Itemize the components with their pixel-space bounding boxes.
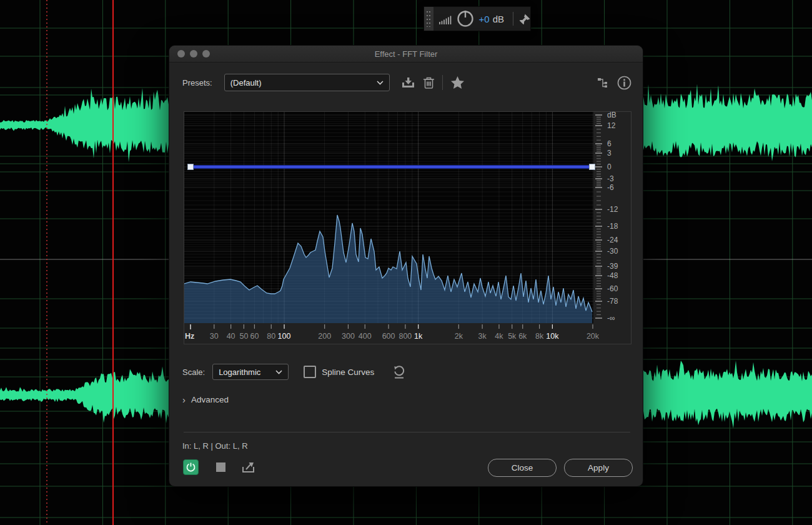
freq-axis-label: 80: [267, 332, 275, 341]
power-icon: [186, 462, 196, 472]
freq-axis-label: 200: [318, 332, 331, 341]
advanced-label: Advanced: [191, 395, 229, 404]
freq-axis-label: 60: [250, 332, 259, 341]
db-axis-label: -60: [607, 284, 618, 293]
freq-axis-label: 30: [210, 332, 219, 341]
chevron-right-icon: ›: [182, 394, 186, 405]
footer-separator: [184, 432, 630, 432]
save-download-icon: [401, 76, 415, 89]
star-icon: [450, 76, 465, 89]
db-axis-label: -30: [607, 247, 618, 256]
effect-power-button[interactable]: [183, 459, 199, 475]
dialog-titlebar[interactable]: Effect - FFT Filter: [169, 46, 643, 62]
freq-axis-label: 800: [399, 332, 412, 341]
freq-axis-label: 2k: [455, 332, 463, 341]
db-axis-label: -48: [607, 271, 618, 280]
apply-button[interactable]: Apply: [564, 459, 633, 477]
scale-dropdown[interactable]: Logarithmic: [212, 364, 289, 380]
play-through-icon: [242, 461, 255, 473]
presets-dropdown[interactable]: (Default): [224, 74, 390, 91]
presets-value: (Default): [230, 78, 262, 88]
gain-value[interactable]: +0: [479, 14, 490, 24]
volume-toolbar: +0 dB: [423, 6, 531, 31]
freq-axis-label: 3k: [478, 332, 487, 341]
scale-label: Scale:: [182, 368, 205, 377]
channel-map-icon: [597, 77, 610, 88]
freq-axis-label: 20k: [587, 332, 600, 341]
reset-undo-icon: [393, 366, 405, 379]
advanced-section-toggle[interactable]: › Advanced: [182, 394, 229, 405]
volume-knob-icon[interactable]: [457, 10, 474, 28]
close-button[interactable]: Close: [488, 459, 557, 477]
transport-controls: [183, 459, 255, 475]
freq-axis-label: 600: [382, 332, 395, 341]
info-icon: [617, 76, 631, 90]
fft-graph-panel: dB12630-3-6-12-18-24-30-39-48-60-78-∞304…: [184, 111, 631, 344]
presets-label: Presets:: [182, 78, 212, 88]
play-through-button[interactable]: [242, 461, 255, 473]
fft-graph[interactable]: dB12630-3-6-12-18-24-30-39-48-60-78-∞304…: [184, 112, 631, 344]
db-axis-label: -6: [607, 183, 614, 192]
freq-axis-label: 1k: [414, 332, 423, 341]
audition-workspace: +0 dB Effect - FFT Filter Presets: (Defa…: [0, 0, 812, 525]
freq-axis-label: 400: [359, 332, 372, 341]
dialog-title: Effect - FFT Filter: [169, 49, 643, 59]
presets-row: Presets: (Default): [182, 74, 631, 91]
freq-unit-label: Hz: [185, 332, 194, 341]
toolbar-drag-handle[interactable]: [424, 7, 433, 31]
db-axis-label: -∞: [607, 314, 615, 322]
freq-axis-label: 6k: [518, 332, 527, 341]
freq-axis-label: 10k: [546, 332, 559, 341]
spline-curves-label: Spline Curves: [322, 368, 374, 377]
db-axis-label: -24: [607, 236, 618, 244]
db-axis-label: -12: [607, 205, 618, 214]
db-axis-label: -3: [607, 174, 614, 183]
favorite-button[interactable]: [450, 76, 465, 89]
gain-unit-label: dB: [493, 14, 504, 24]
freq-axis-label: 4k: [495, 332, 503, 341]
scale-value: Logarithmic: [219, 368, 260, 377]
eq-handle-left[interactable]: [188, 164, 194, 170]
trash-icon: [423, 76, 435, 89]
routing-settings-button[interactable]: [597, 77, 610, 88]
toolbar-separator: [513, 12, 513, 26]
eq-handle-right[interactable]: [590, 164, 595, 170]
chevron-down-icon: [377, 81, 384, 85]
scale-row: Scale: Logarithmic Spline Curves: [182, 364, 405, 380]
db-axis-label: -78: [607, 297, 618, 306]
io-status-text: In: L, R | Out: L, R: [182, 441, 248, 451]
db-axis-label: 0: [607, 162, 611, 171]
stop-button[interactable]: [216, 462, 225, 472]
level-meter-icon: [438, 13, 452, 24]
freq-axis-label: 8k: [535, 332, 544, 341]
chevron-down-icon: [275, 370, 282, 374]
db-axis-label: dB: [607, 112, 616, 119]
freq-axis-label: 100: [278, 332, 291, 341]
drag-dots-icon: [426, 11, 431, 27]
fft-filter-dialog: Effect - FFT Filter Presets: (Default): [169, 45, 643, 487]
presets-separator: [442, 75, 443, 90]
reset-button[interactable]: [393, 366, 405, 379]
freq-axis-label: 300: [342, 332, 355, 341]
db-axis-label: 6: [607, 139, 611, 148]
save-preset-button[interactable]: [401, 76, 415, 89]
db-axis-label: 3: [607, 149, 611, 158]
freq-axis-label: 40: [227, 332, 235, 341]
db-axis-label: -39: [607, 262, 618, 271]
db-axis-label: 12: [607, 121, 616, 130]
spline-curves-checkbox[interactable]: [304, 366, 316, 378]
pin-icon[interactable]: [520, 14, 530, 24]
info-button[interactable]: [617, 76, 631, 90]
freq-axis-label: 50: [239, 332, 248, 341]
db-axis-label: -18: [607, 222, 618, 231]
delete-preset-button[interactable]: [423, 76, 435, 89]
freq-axis-label: 5k: [508, 332, 517, 341]
